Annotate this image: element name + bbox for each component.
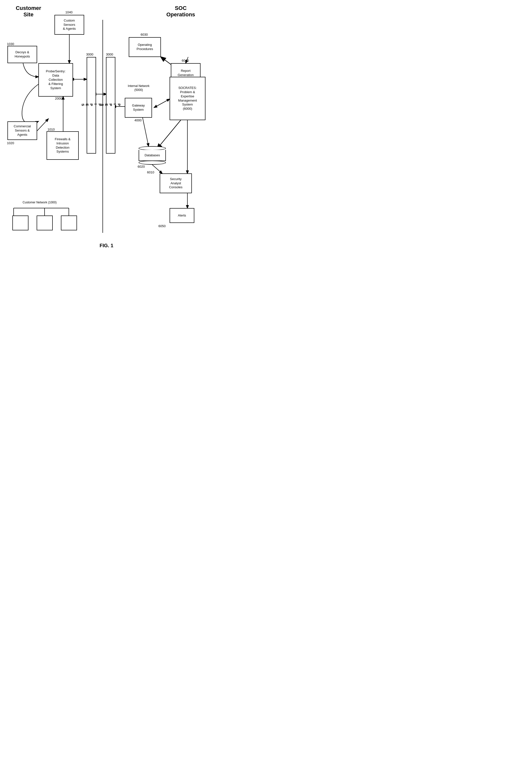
pipe-ref-left: 3000 — [86, 53, 93, 56]
databases-cylinder: Databases — [139, 146, 166, 165]
gateway-box: GatewaySystem — [125, 98, 152, 118]
ref-1040: 1040 — [65, 10, 73, 14]
commercial-sensors-box: CommercialSensors &Agents — [7, 121, 37, 140]
network-box-1 — [12, 216, 28, 230]
ref-1010: 1010 — [48, 128, 55, 131]
ref-1030: 1030 — [7, 42, 14, 46]
alerts-box: Alerts — [170, 208, 194, 223]
ref-1020: 1020 — [7, 141, 14, 145]
svg-line-12 — [157, 120, 181, 149]
network-box-3 — [61, 216, 77, 230]
svg-line-20 — [142, 116, 149, 146]
ref-6010: 6010 — [147, 171, 154, 174]
probe-sentry-box: Probe/Sentry:DataCollection& FilteringSy… — [38, 63, 73, 97]
pipe-ref-right: 3000 — [106, 53, 113, 56]
ref-6040: 6040 — [182, 59, 189, 62]
pipe-right: PIPES — [106, 57, 115, 154]
internal-network-label: Internal Network(5000) — [124, 84, 153, 92]
customer-network-label: Customer Network (1000) — [15, 201, 64, 204]
svg-line-6 — [156, 99, 170, 106]
ref-6020: 6020 — [138, 165, 145, 169]
firewalls-box: Firewalls &IntrusionDetectionSystems — [47, 131, 79, 160]
svg-line-2 — [37, 119, 48, 131]
ref-4000: 4000 — [134, 118, 142, 122]
custom-sensors-box: CustomSensors& Agents — [55, 15, 84, 35]
customer-site-header: CustomerSite — [10, 5, 47, 18]
operating-procedures-box: OperatingProcedures — [129, 37, 161, 57]
network-box-2 — [37, 216, 53, 230]
diagram: CustomerSite SOCOperations — [0, 0, 213, 292]
security-consoles-box: SecurityAnalystConsoles — [160, 174, 192, 193]
decoys-box: Decoys &Honeypots — [7, 46, 37, 63]
ref-2000: 2000 — [55, 97, 62, 100]
ref-6030: 6030 — [141, 33, 148, 36]
pipe-left: PIPES — [87, 57, 96, 154]
soc-operations-header: SOCOperations — [158, 5, 203, 18]
socrates-box: SOCRATES:Problem &ExpertiseManagementSys… — [170, 77, 206, 120]
ref-6050: 6050 — [158, 224, 166, 228]
figure-label: FIG. 1 — [84, 243, 129, 249]
